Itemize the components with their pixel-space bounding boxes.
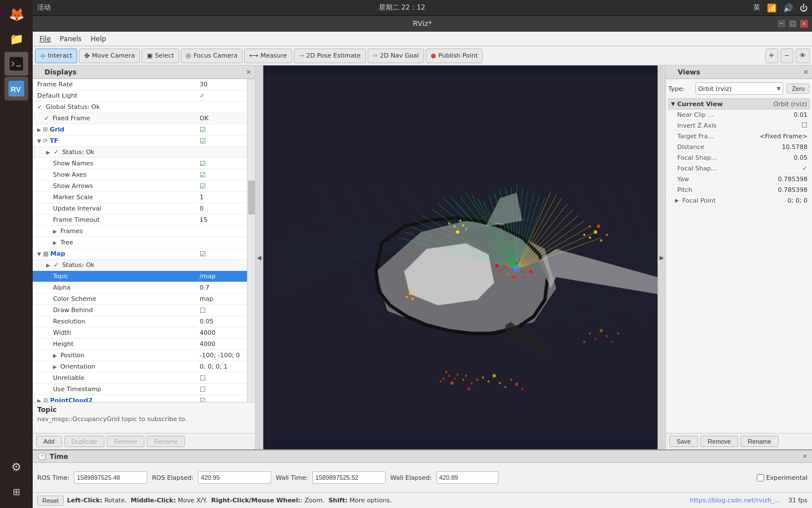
taskbar-rviz[interactable]: RV bbox=[5, 77, 28, 100]
displays-close-icon[interactable]: ✕ bbox=[246, 68, 251, 76]
svg-point-109 bbox=[492, 374, 496, 378]
yaw-value[interactable]: 0.785398 bbox=[778, 176, 808, 183]
measure-button[interactable]: ⟷ Measure bbox=[244, 49, 292, 63]
taskbar-firefox[interactable]: 🦊 bbox=[5, 2, 28, 26]
eye-button[interactable]: 👁 bbox=[796, 49, 810, 63]
views-panel-icon: 👁 bbox=[669, 68, 676, 76]
invert-z-checkbox[interactable]: ☐ bbox=[801, 121, 807, 129]
svg-point-37 bbox=[521, 270, 523, 273]
minimize-button[interactable]: − bbox=[777, 19, 786, 28]
duplicate-button[interactable]: Duplicate bbox=[64, 436, 105, 447]
frame-rate-value[interactable]: 30 bbox=[200, 81, 245, 88]
publish-point-button[interactable]: ● Publish Point bbox=[426, 49, 483, 63]
orientation-expand[interactable]: ▶ bbox=[53, 364, 57, 370]
draw-behind-checkbox[interactable]: ☐ bbox=[200, 306, 245, 314]
topic-value[interactable]: /map bbox=[200, 273, 245, 280]
ros-time-input[interactable] bbox=[74, 471, 147, 484]
topic-row[interactable]: Topic /map bbox=[33, 271, 247, 282]
taskbar-grid[interactable]: ⊞ bbox=[5, 480, 28, 503]
interact-button[interactable]: ⊹ Interact bbox=[35, 49, 77, 63]
menu-file[interactable]: File bbox=[35, 34, 55, 44]
left-collapse-button[interactable]: ◀ bbox=[255, 65, 263, 449]
ros-elapsed-input[interactable] bbox=[198, 471, 271, 484]
position-expand[interactable]: ▶ bbox=[53, 353, 57, 358]
update-interval-value[interactable]: 0 bbox=[200, 205, 245, 212]
focal-point-expand[interactable]: ▶ bbox=[675, 198, 679, 203]
views-zero-button[interactable]: Zero bbox=[787, 84, 810, 94]
tree-expand[interactable]: ▶ bbox=[53, 240, 57, 246]
show-axes-checkbox[interactable]: ☑ bbox=[200, 171, 245, 179]
views-save-button[interactable]: Save bbox=[669, 436, 698, 447]
move-camera-button[interactable]: ✥ Move Camera bbox=[79, 49, 140, 63]
show-arrows-checkbox[interactable]: ☑ bbox=[200, 182, 245, 190]
window-titlebar: RViz* − □ × bbox=[33, 16, 812, 32]
map-label[interactable]: Map bbox=[50, 250, 65, 257]
distance-value[interactable]: 10.5788 bbox=[782, 143, 808, 151]
color-scheme-value[interactable]: map bbox=[200, 295, 245, 303]
taskbar-terminal1[interactable] bbox=[5, 52, 28, 76]
tf-checkbox[interactable]: ☑ bbox=[200, 137, 245, 145]
map-expand[interactable]: ▼ bbox=[37, 251, 41, 257]
views-close-icon[interactable]: ✕ bbox=[803, 68, 809, 76]
frame-timeout-label: Frame Timeout bbox=[53, 216, 100, 224]
focus-camera-button[interactable]: ◎ Focus Camera bbox=[181, 49, 243, 63]
system-topbar: 活动 星期二 22：12 英 📶 🔊 ⏻ bbox=[33, 0, 812, 16]
move-camera-label: Move Camera bbox=[92, 52, 135, 59]
select-button[interactable]: ▣ Select bbox=[142, 49, 179, 63]
frames-expand[interactable]: ▶ bbox=[53, 229, 57, 234]
focal-shape-size-value[interactable]: 0.05 bbox=[794, 154, 808, 161]
tf-expand[interactable]: ▼ bbox=[37, 138, 41, 144]
crosshair-button[interactable]: ✛ bbox=[765, 49, 778, 63]
focal-shape-enabled-value[interactable]: ✓ bbox=[802, 165, 807, 172]
views-rename-button[interactable]: Rename bbox=[740, 436, 779, 447]
unreliable-checkbox[interactable]: ☐ bbox=[200, 374, 245, 382]
near-clip-value[interactable]: 0.01 bbox=[794, 111, 808, 119]
taskbar-files[interactable]: 📁 bbox=[5, 27, 28, 51]
add-button[interactable]: Add bbox=[36, 436, 62, 447]
views-remove-button[interactable]: Remove bbox=[700, 436, 738, 447]
3d-viewport[interactable] bbox=[263, 65, 657, 449]
menu-help[interactable]: Help bbox=[86, 34, 111, 44]
displays-scrollbar[interactable] bbox=[247, 79, 255, 402]
remove-button[interactable]: Remove bbox=[107, 436, 144, 447]
use-timestamp-checkbox[interactable]: ☐ bbox=[200, 386, 245, 393]
pointcloud2-checkbox[interactable]: ☑ bbox=[200, 397, 245, 402]
rename-button[interactable]: Rename bbox=[147, 436, 185, 447]
frames-row: ▶ Frames bbox=[33, 226, 247, 237]
alpha-value[interactable]: 0.7 bbox=[200, 284, 245, 291]
grid-label[interactable]: Grid bbox=[50, 126, 64, 133]
menu-panels[interactable]: Panels bbox=[55, 34, 86, 44]
show-names-checkbox[interactable]: ☑ bbox=[200, 160, 245, 168]
time-close-icon[interactable]: ✕ bbox=[802, 453, 807, 460]
activity-label[interactable]: 活动 bbox=[37, 3, 51, 12]
right-collapse-button[interactable]: ▶ bbox=[657, 65, 665, 449]
marker-scale-value[interactable]: 1 bbox=[200, 194, 245, 201]
tf-label[interactable]: TF bbox=[50, 137, 58, 144]
resolution-value[interactable]: 0.05 bbox=[200, 318, 245, 325]
views-header: 👁 Views ✕ bbox=[666, 65, 812, 79]
wall-time-input[interactable] bbox=[312, 471, 386, 484]
close-button[interactable]: × bbox=[800, 19, 809, 28]
pitch-value[interactable]: 0.785398 bbox=[778, 186, 808, 194]
2d-nav-button[interactable]: ⇒ 2D Nav Goal bbox=[368, 49, 424, 63]
pointcloud2-label[interactable]: PointCloud2 bbox=[50, 397, 92, 402]
frame-timeout-value[interactable]: 15 bbox=[200, 216, 245, 224]
taskbar-settings[interactable]: ⚙ bbox=[5, 455, 28, 479]
displays-scroll-thumb[interactable] bbox=[248, 181, 255, 214]
grid-checkbox[interactable]: ☑ bbox=[200, 126, 245, 134]
displays-panel-title: Displays bbox=[45, 68, 77, 76]
2d-pose-button[interactable]: → 2D Pose Estimate bbox=[294, 49, 366, 63]
pointcloud2-expand[interactable]: ▶ bbox=[37, 398, 41, 402]
grid-expand[interactable]: ▶ bbox=[37, 127, 41, 133]
minus-button[interactable]: − bbox=[780, 49, 793, 63]
target-frame-value[interactable]: <Fixed Frame> bbox=[760, 133, 807, 140]
experimental-checkbox[interactable] bbox=[757, 474, 764, 481]
views-type-dropdown[interactable]: Orbit (rviz) ▼ bbox=[695, 82, 783, 95]
reset-button[interactable]: Reset bbox=[37, 496, 64, 506]
maximize-button[interactable]: □ bbox=[788, 19, 797, 28]
map-checkbox[interactable]: ☑ bbox=[200, 250, 245, 258]
svg-text:RV: RV bbox=[11, 85, 21, 94]
current-view-expand[interactable]: ▼ bbox=[671, 101, 675, 107]
default-light-checkbox[interactable]: ✓ bbox=[200, 92, 245, 99]
wall-elapsed-input[interactable] bbox=[436, 471, 498, 484]
